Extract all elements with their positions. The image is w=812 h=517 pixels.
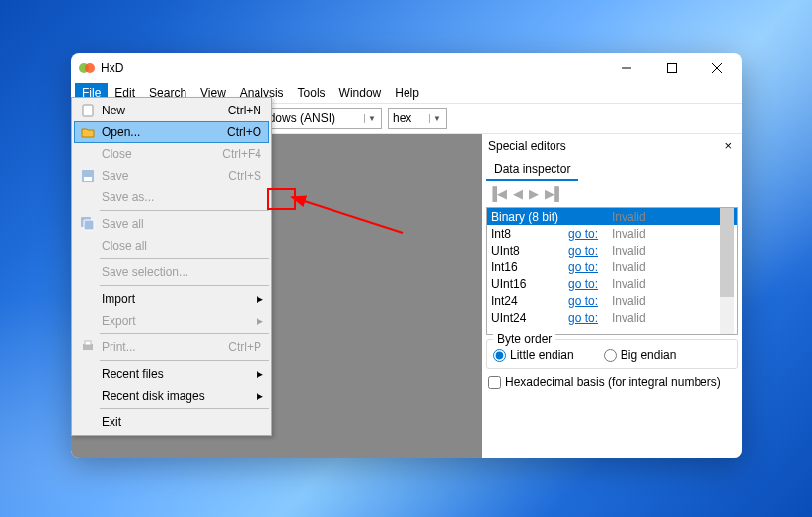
goto-link: go to: bbox=[568, 311, 598, 325]
menu-item-recent-files[interactable]: Recent files▶ bbox=[74, 363, 269, 385]
menu-item-label: Import bbox=[98, 292, 257, 306]
menu-item-label: Save all bbox=[98, 217, 265, 231]
menu-item-label: Print... bbox=[98, 340, 228, 354]
byte-order-group: Byte order Little endian Big endian bbox=[486, 339, 738, 369]
menu-item-label: Close bbox=[98, 147, 222, 161]
menu-item-open-[interactable]: Open...Ctrl+O bbox=[74, 121, 269, 143]
menu-item-close-all: Close all bbox=[74, 235, 269, 257]
new-icon bbox=[78, 104, 98, 117]
panel-title: Special editors bbox=[488, 139, 566, 153]
submenu-arrow-icon: ▶ bbox=[257, 294, 265, 304]
inspector-table: Binary (8 bit)InvalidInt8go to:InvalidUI… bbox=[486, 207, 738, 335]
print-icon bbox=[78, 340, 98, 354]
nav-buttons: ▐◀ ◀ ▶ ▶▌ bbox=[482, 181, 742, 207]
menu-item-print-: Print...Ctrl+P bbox=[74, 336, 269, 358]
menu-item-save: SaveCtrl+S bbox=[74, 165, 269, 186]
radio-little-endian[interactable]: Little endian bbox=[493, 348, 574, 362]
tab-data-inspector[interactable]: Data inspector bbox=[486, 159, 578, 181]
menu-window[interactable]: Window bbox=[332, 83, 389, 103]
menu-tools[interactable]: Tools bbox=[291, 83, 332, 103]
menu-item-label: Save as... bbox=[98, 190, 265, 204]
menu-item-label: Export bbox=[98, 314, 257, 328]
menu-item-export: Export▶ bbox=[74, 310, 269, 332]
special-editors-panel: Special editors × Data inspector ▐◀ ◀ ▶ … bbox=[482, 134, 742, 458]
nav-prev-icon[interactable]: ◀ bbox=[513, 186, 523, 201]
menu-item-import[interactable]: Import▶ bbox=[74, 288, 269, 310]
maximize-button[interactable] bbox=[649, 53, 695, 83]
table-row[interactable]: Int24go to:Invalid bbox=[487, 292, 737, 309]
base-combo[interactable]: hex▼ bbox=[388, 108, 447, 129]
svg-rect-9 bbox=[83, 105, 93, 116]
menu-item-close: CloseCtrl+F4 bbox=[74, 143, 269, 165]
close-button[interactable] bbox=[695, 53, 740, 83]
scrollbar[interactable] bbox=[720, 208, 734, 334]
goto-link: go to: bbox=[568, 294, 598, 308]
menu-item-save-as-: Save as... bbox=[74, 186, 269, 208]
table-row[interactable]: Binary (8 bit)Invalid bbox=[487, 208, 737, 225]
table-row[interactable]: UInt16go to:Invalid bbox=[487, 275, 737, 292]
menu-item-new[interactable]: NewCtrl+N bbox=[74, 100, 269, 121]
menu-item-label: Save bbox=[98, 169, 228, 183]
menu-item-label: Recent disk images bbox=[98, 389, 257, 403]
submenu-arrow-icon: ▶ bbox=[257, 316, 265, 326]
goto-link: go to: bbox=[568, 260, 598, 274]
save-icon bbox=[78, 169, 98, 183]
open-icon bbox=[78, 125, 98, 139]
nav-first-icon[interactable]: ▐◀ bbox=[488, 186, 507, 201]
saveall-icon bbox=[78, 217, 98, 231]
svg-rect-11 bbox=[84, 177, 92, 181]
submenu-arrow-icon: ▶ bbox=[257, 391, 265, 401]
svg-rect-13 bbox=[84, 220, 94, 230]
panel-close-icon[interactable]: × bbox=[720, 138, 736, 153]
table-row[interactable]: Int16go to:Invalid bbox=[487, 258, 737, 275]
menu-item-recent-disk-images[interactable]: Recent disk images▶ bbox=[74, 385, 269, 406]
menu-item-label: New bbox=[98, 104, 228, 117]
app-icon bbox=[79, 60, 95, 76]
window-title: HxD bbox=[101, 61, 604, 75]
svg-rect-15 bbox=[85, 341, 91, 345]
table-row[interactable]: UInt8go to:Invalid bbox=[487, 242, 737, 258]
menu-item-label: Close all bbox=[98, 239, 265, 253]
menu-item-label: Save selection... bbox=[98, 265, 265, 279]
menu-item-label: Open... bbox=[98, 125, 227, 139]
hex-basis-checkbox[interactable]: Hexadecimal basis (for integral numbers) bbox=[488, 375, 736, 389]
menu-item-label: Exit bbox=[98, 415, 265, 429]
main-window: HxD FileEditSearchViewAnalysisToolsWindo… bbox=[71, 53, 742, 458]
goto-link: go to: bbox=[568, 227, 598, 241]
svg-point-1 bbox=[85, 63, 95, 73]
goto-link: go to: bbox=[568, 244, 598, 258]
menu-item-label: Recent files bbox=[98, 367, 257, 381]
menu-item-exit[interactable]: Exit bbox=[74, 411, 269, 433]
menu-help[interactable]: Help bbox=[388, 83, 426, 103]
nav-next-icon[interactable]: ▶ bbox=[529, 186, 539, 201]
nav-last-icon[interactable]: ▶▌ bbox=[545, 186, 563, 201]
goto-link: go to: bbox=[568, 277, 598, 291]
table-row[interactable]: UInt24go to:Invalid bbox=[487, 309, 737, 326]
table-row[interactable]: Int8go to:Invalid bbox=[487, 225, 737, 242]
submenu-arrow-icon: ▶ bbox=[257, 369, 265, 379]
menu-item-save-all: Save all bbox=[74, 213, 269, 235]
titlebar: HxD bbox=[71, 53, 742, 83]
radio-big-endian[interactable]: Big endian bbox=[604, 348, 677, 362]
minimize-button[interactable] bbox=[604, 53, 649, 83]
file-menu-popup: NewCtrl+NOpen...Ctrl+OCloseCtrl+F4SaveCt… bbox=[71, 97, 272, 436]
svg-rect-3 bbox=[668, 64, 677, 73]
menu-item-save-selection-: Save selection... bbox=[74, 261, 269, 283]
